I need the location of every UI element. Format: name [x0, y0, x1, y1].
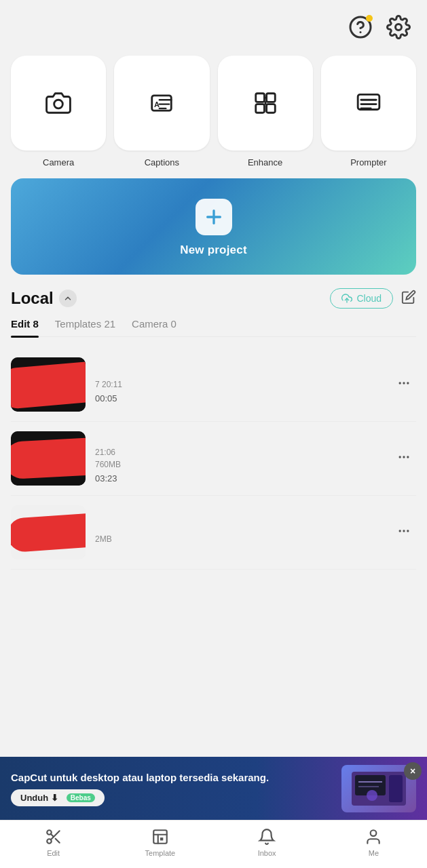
prompter-button[interactable] [321, 56, 416, 151]
quick-actions: Camera A Captions Enhance [0, 49, 427, 178]
project-name [95, 434, 285, 445]
project-name [95, 521, 285, 532]
project-item: 2MB [11, 496, 416, 570]
svg-marker-45 [160, 837, 163, 840]
project-size: 760MB [95, 460, 382, 469]
nav-template[interactable]: Template [107, 827, 213, 857]
quick-action-captions: A Captions [114, 56, 209, 167]
local-sort-button[interactable] [59, 290, 77, 307]
enhance-label: Enhance [248, 157, 282, 167]
svg-rect-10 [266, 94, 275, 102]
project-more-button[interactable] [392, 519, 416, 546]
svg-rect-42 [153, 830, 167, 844]
quick-action-prompter: Prompter [321, 56, 416, 167]
project-size: 2MB [95, 534, 382, 544]
project-list: 7 20:11 00:05 21:06 [11, 348, 416, 570]
new-project-label: New project [180, 243, 247, 257]
project-name [95, 366, 285, 377]
template-icon [151, 827, 170, 846]
local-title: Local [11, 289, 54, 308]
ad-download-button[interactable]: Unduh ⬇ Bebas [11, 789, 105, 806]
svg-rect-9 [255, 94, 264, 102]
project-more-button[interactable] [392, 445, 416, 472]
local-header: Local Cloud [11, 288, 416, 309]
bottom-nav: Edit Template Inbox Me [0, 820, 427, 868]
cloud-button-label: Cloud [356, 293, 382, 304]
project-thumbnail[interactable] [11, 357, 86, 412]
tab-templates[interactable]: Templates 21 [55, 318, 115, 336]
nav-template-label: Template [145, 849, 176, 857]
new-project-plus-icon [196, 199, 232, 235]
svg-point-3 [54, 100, 63, 108]
project-duration: 00:05 [95, 393, 382, 403]
local-title-group: Local [11, 289, 77, 308]
enhance-button[interactable] [218, 56, 313, 151]
svg-point-23 [403, 382, 405, 384]
captions-button[interactable]: A [114, 56, 209, 151]
prompter-label: Prompter [350, 157, 386, 167]
ad-title: CapCut untuk desktop atau laptop tersedi… [11, 771, 332, 785]
project-info: 21:06 760MB 03:23 [95, 434, 382, 484]
nav-me-label: Me [369, 849, 379, 857]
svg-rect-15 [358, 94, 379, 109]
project-info: 2MB [95, 521, 382, 544]
nav-edit-label: Edit [47, 849, 60, 857]
svg-rect-11 [255, 104, 264, 113]
tab-camera[interactable]: Camera 0 [132, 318, 177, 336]
scissors-icon [44, 827, 63, 846]
local-header-actions: Cloud [330, 288, 416, 309]
svg-rect-33 [389, 775, 403, 802]
local-section: Local Cloud [0, 288, 427, 570]
svg-point-29 [403, 530, 405, 532]
svg-point-2 [396, 24, 402, 31]
svg-line-41 [50, 834, 53, 837]
quick-action-camera: Camera [11, 56, 106, 167]
svg-point-22 [399, 382, 401, 384]
project-duration: 03:23 [95, 473, 382, 484]
camera-label: Camera [43, 157, 74, 167]
tabs-row: Edit 8 Templates 21 Camera 0 [11, 318, 416, 337]
notification-dot [366, 15, 373, 22]
captions-label: Captions [145, 157, 179, 167]
edit-icon-button[interactable] [401, 290, 416, 307]
camera-button[interactable] [11, 56, 106, 151]
tab-edit[interactable]: Edit 8 [11, 318, 39, 336]
top-bar [0, 0, 427, 49]
ad-close-button[interactable]: × [404, 762, 422, 780]
svg-point-28 [399, 530, 401, 532]
svg-point-26 [403, 456, 405, 458]
nav-inbox[interactable]: Inbox [214, 827, 320, 857]
ad-text: CapCut untuk desktop atau laptop tersedi… [11, 771, 332, 807]
cloud-button[interactable]: Cloud [330, 288, 393, 309]
project-meta: 7 20:11 [95, 380, 382, 389]
svg-point-25 [399, 456, 401, 458]
settings-button[interactable] [384, 12, 413, 42]
svg-line-40 [55, 839, 59, 843]
nav-edit[interactable]: Edit [0, 827, 107, 857]
nav-inbox-label: Inbox [258, 849, 276, 857]
ad-free-badge: Bebas [67, 793, 95, 802]
new-project-banner[interactable]: New project [11, 178, 416, 275]
svg-point-46 [371, 830, 377, 836]
svg-point-36 [367, 790, 377, 801]
project-info: 7 20:11 00:05 [95, 366, 382, 403]
project-thumbnail[interactable] [11, 431, 86, 486]
svg-rect-12 [266, 104, 275, 113]
svg-point-24 [407, 382, 409, 384]
svg-text:A: A [154, 100, 160, 108]
svg-point-27 [407, 456, 409, 458]
help-button[interactable] [346, 12, 375, 42]
project-item: 7 20:11 00:05 [11, 348, 416, 422]
quick-action-enhance: Enhance [218, 56, 313, 167]
svg-point-30 [407, 530, 409, 532]
project-thumbnail[interactable] [11, 505, 86, 559]
person-icon [364, 827, 383, 846]
project-more-button[interactable] [392, 371, 416, 398]
ad-download-label: Unduh ⬇ [20, 793, 58, 803]
project-meta: 21:06 [95, 448, 382, 457]
project-item: 21:06 760MB 03:23 [11, 422, 416, 496]
nav-me[interactable]: Me [320, 827, 427, 857]
bell-icon [257, 827, 276, 846]
ad-banner: CapCut untuk desktop atau laptop tersedi… [0, 757, 427, 821]
